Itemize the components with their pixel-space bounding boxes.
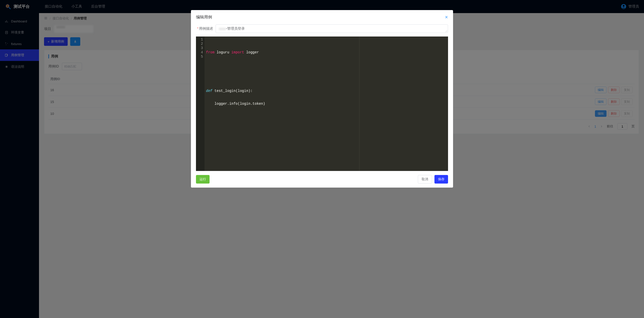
svg-line-23 [446,31,447,32]
dialog-header: 编辑用例 ✕ [191,10,453,22]
gutter: 1 2 3 4 5 [196,37,205,171]
edit-case-dialog: 编辑用例 ✕ *用例描述 xxxx-管理员登录 1 2 3 4 5 [191,10,453,188]
required-mark: * [197,26,198,30]
desc-label: *用例描述 [196,24,213,31]
save-button[interactable]: 保存 [434,175,448,184]
dialog-body: *用例描述 xxxx-管理员登录 1 2 3 4 5 from loguru i… [191,22,453,173]
resize-handle-icon [445,30,447,32]
desc-row: *用例描述 xxxx-管理员登录 [196,24,448,33]
print-margin [359,37,359,171]
run-button[interactable]: 运行 [196,175,210,184]
code-editor[interactable]: 1 2 3 4 5 from loguru import logger def … [196,37,448,171]
desc-input[interactable]: xxxx-管理员登录 [216,24,448,33]
dialog-footer: 运行 取消 保存 [191,173,453,188]
cancel-button[interactable]: 取消 [418,175,432,184]
close-icon[interactable]: ✕ [445,15,448,20]
dialog-title: 编辑用例 [196,15,212,20]
svg-line-22 [445,30,447,32]
code-content[interactable]: from loguru import logger def test_login… [205,37,448,171]
